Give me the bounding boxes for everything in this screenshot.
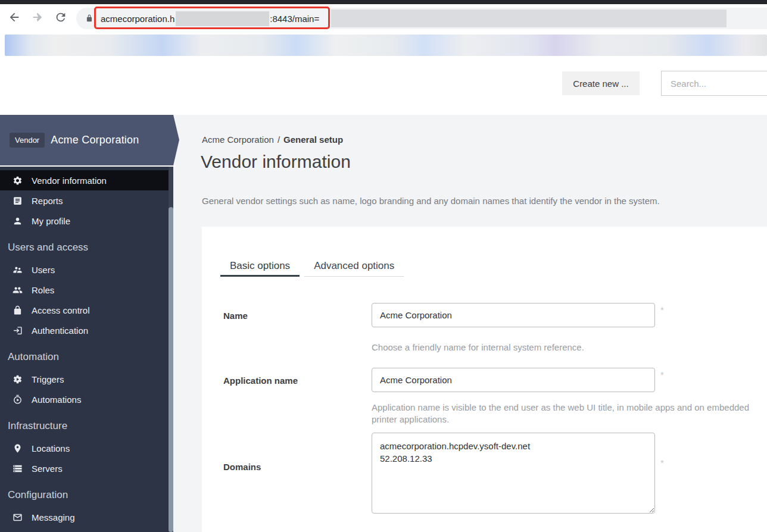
page-title: Vendor information bbox=[201, 152, 351, 172]
trigger-gear-icon bbox=[13, 374, 23, 384]
sidebar-item-label: Users bbox=[32, 265, 55, 275]
sidebar-item-vendor-information[interactable]: Vendor information bbox=[0, 170, 169, 190]
lock-icon bbox=[13, 305, 23, 315]
sidebar-item-triggers[interactable]: Triggers bbox=[0, 369, 169, 389]
tab-label: Basic options bbox=[230, 260, 290, 271]
browser-forward-button[interactable] bbox=[31, 11, 45, 25]
arrow-back-icon bbox=[8, 11, 21, 24]
server-icon bbox=[13, 464, 23, 474]
tab-bar: Basic options Advanced options bbox=[220, 260, 404, 277]
tab-label: Advanced options bbox=[314, 260, 394, 271]
search-input[interactable] bbox=[661, 71, 767, 96]
sidebar-item-label: Messaging bbox=[32, 512, 75, 522]
sidebar-item-label: My profile bbox=[32, 216, 70, 226]
tab-advanced-options[interactable]: Advanced options bbox=[304, 260, 404, 277]
application-name-field-help: Application name is visible to the end u… bbox=[372, 402, 749, 425]
sidebar-item-messaging[interactable]: Messaging bbox=[0, 507, 169, 527]
sidebar-item-label: Reports bbox=[32, 196, 63, 206]
application-name-field-label: Application name bbox=[223, 375, 298, 386]
group-icon bbox=[13, 285, 23, 295]
gear-icon bbox=[13, 176, 23, 186]
url-redaction bbox=[176, 11, 269, 26]
sidebar-item-label: Servers bbox=[32, 464, 63, 474]
screen: acmecorporation.h :8443/main= Create new… bbox=[0, 0, 767, 532]
required-marker: * bbox=[660, 305, 664, 315]
sidebar-item-access-control[interactable]: Access control bbox=[0, 300, 169, 320]
window-top-strip bbox=[0, 0, 767, 4]
sidebar-section-automation: Automation bbox=[0, 345, 169, 369]
sidebar-section-configuration: Configuration bbox=[0, 483, 169, 507]
sidebar-scrollbar[interactable] bbox=[169, 207, 173, 532]
sidebar-item-authentication[interactable]: Authentication bbox=[0, 320, 169, 340]
sidebar-section-users-and-access: Users and access bbox=[0, 235, 169, 259]
browser-back-button[interactable] bbox=[8, 11, 22, 25]
arrow-forward-icon bbox=[31, 11, 44, 24]
sidebar-section-infrastructure: Infrastructure bbox=[0, 414, 169, 438]
sidebar-item-reports[interactable]: Reports bbox=[0, 190, 169, 211]
name-field-help: Choose a friendly name for internal syst… bbox=[372, 342, 584, 352]
sidebar-item-label: Authentication bbox=[32, 326, 88, 336]
breadcrumb-parent[interactable]: Acme Corporation bbox=[202, 134, 274, 145]
browser-toolbar: acmecorporation.h :8443/main= bbox=[0, 4, 767, 31]
url-redaction bbox=[331, 10, 727, 27]
domains-field-label: Domains bbox=[223, 462, 261, 472]
mail-icon bbox=[13, 512, 23, 522]
login-icon bbox=[13, 326, 23, 336]
sidebar-header-divider bbox=[0, 165, 176, 167]
sidebar-item-label: Access control bbox=[32, 305, 90, 315]
reload-icon bbox=[54, 11, 67, 24]
report-icon bbox=[13, 196, 23, 206]
sidebar-item-label: Triggers bbox=[32, 374, 64, 384]
sidebar-item-label: Roles bbox=[32, 285, 54, 295]
name-field[interactable] bbox=[372, 303, 655, 327]
vendor-badge: Vendor bbox=[10, 133, 45, 148]
sidebar-nav: Vendor information Reports My profile Us… bbox=[0, 167, 169, 527]
app-frame: Vendor Acme Corporation Vendor informati… bbox=[0, 115, 767, 532]
sidebar-item-users[interactable]: Users bbox=[0, 259, 169, 280]
settings-card: Basic options Advanced options Name * Ch… bbox=[202, 227, 767, 532]
page-description: General vendor settings such as name, lo… bbox=[202, 196, 660, 206]
sidebar-item-label: Locations bbox=[32, 443, 70, 453]
sidebar-item-my-profile[interactable]: My profile bbox=[0, 211, 169, 231]
application-name-field[interactable] bbox=[372, 368, 655, 392]
sidebar-item-servers[interactable]: Servers bbox=[0, 458, 169, 478]
browser-reload-button[interactable] bbox=[54, 11, 68, 25]
lock-icon bbox=[85, 14, 93, 23]
required-marker: * bbox=[660, 370, 664, 380]
domains-field[interactable]: acmecorporation.hcpdev.ysoft-dev.net 52.… bbox=[372, 433, 655, 514]
breadcrumb: Acme Corporation/General setup bbox=[202, 134, 343, 145]
app-top-header: Create new ... bbox=[0, 56, 767, 115]
timer-play-icon bbox=[13, 395, 23, 405]
sidebar-item-roles[interactable]: Roles bbox=[0, 280, 169, 300]
sidebar: Vendor Acme Corporation Vendor informati… bbox=[0, 115, 173, 532]
map-pin-icon bbox=[13, 443, 23, 453]
create-new-button[interactable]: Create new ... bbox=[562, 71, 640, 95]
url-text-start: acmecorporation.h bbox=[101, 14, 174, 24]
required-marker: * bbox=[660, 458, 664, 468]
sidebar-item-locations[interactable]: Locations bbox=[0, 438, 169, 458]
sidebar-item-label: Automations bbox=[32, 395, 81, 405]
sidebar-vendor-header: Vendor Acme Corporation bbox=[0, 115, 179, 165]
name-field-label: Name bbox=[223, 311, 248, 321]
user-add-icon bbox=[13, 265, 23, 275]
sidebar-item-label: Vendor information bbox=[32, 176, 107, 186]
bookmarks-bar-blurred bbox=[5, 35, 767, 56]
vendor-name: Acme Corporation bbox=[51, 134, 139, 146]
person-icon bbox=[13, 216, 23, 226]
main-content: Acme Corporation/General setup Vendor in… bbox=[173, 115, 767, 532]
breadcrumb-separator: / bbox=[278, 134, 280, 145]
sidebar-item-automations[interactable]: Automations bbox=[0, 389, 169, 409]
breadcrumb-current: General setup bbox=[283, 134, 343, 145]
url-text-port: :8443/main= bbox=[270, 14, 319, 24]
tab-basic-options[interactable]: Basic options bbox=[220, 260, 300, 277]
